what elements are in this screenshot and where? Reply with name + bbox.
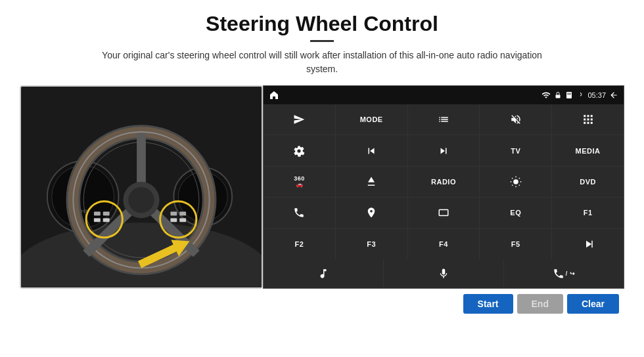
title-divider — [310, 40, 334, 42]
btn-tv[interactable]: TV — [480, 135, 551, 165]
home-icon — [269, 90, 279, 100]
steering-wheel-image: km/h — [20, 85, 263, 289]
android-panel: 05:37 MODE — [263, 85, 624, 289]
svg-rect-22 — [170, 212, 177, 216]
btn-microphone[interactable] — [384, 259, 503, 288]
svg-rect-20 — [94, 218, 101, 222]
last-button-row: / ↪ — [264, 259, 624, 288]
bottom-bar: Start End Clear — [20, 290, 624, 318]
btn-f2[interactable]: F2 — [264, 229, 335, 259]
btn-mode[interactable]: MODE — [336, 104, 407, 135]
svg-point-33 — [513, 179, 518, 184]
btn-play-pause[interactable] — [552, 229, 624, 259]
btn-360cam[interactable]: 360🚗 — [264, 167, 335, 197]
svg-rect-31 — [569, 93, 570, 95]
bluetooth-icon — [576, 91, 584, 99]
btn-brightness[interactable] — [480, 167, 551, 197]
btn-eq[interactable]: EQ — [480, 198, 551, 228]
btn-radio[interactable]: RADIO — [408, 167, 480, 197]
svg-rect-23 — [179, 212, 186, 216]
btn-f4[interactable]: F4 — [408, 229, 480, 259]
status-bar-left — [269, 90, 279, 100]
btn-phone-call[interactable]: / ↪ — [504, 259, 624, 288]
end-button[interactable]: End — [517, 294, 563, 314]
page-title: Steering Wheel Control — [206, 12, 438, 36]
svg-rect-21 — [103, 218, 110, 222]
svg-point-15 — [128, 187, 154, 213]
btn-send[interactable] — [264, 104, 335, 135]
btn-volume-mute[interactable] — [480, 104, 551, 135]
btn-rectangle[interactable] — [408, 198, 480, 228]
start-button[interactable]: Start — [463, 294, 513, 314]
wifi-icon — [541, 91, 551, 100]
btn-dvd[interactable]: DVD — [552, 167, 624, 197]
btn-navi[interactable] — [336, 198, 407, 228]
btn-f1[interactable]: F1 — [552, 198, 624, 228]
content-row: km/h — [20, 85, 624, 289]
svg-rect-34 — [439, 210, 448, 216]
btn-skip-forward[interactable] — [408, 135, 480, 165]
page-subtitle: Your original car's steering wheel contr… — [99, 49, 545, 76]
btn-phone[interactable] — [264, 198, 335, 228]
svg-rect-30 — [568, 93, 568, 95]
btn-eject[interactable] — [336, 167, 407, 197]
svg-rect-25 — [179, 218, 186, 222]
svg-rect-19 — [103, 212, 110, 216]
btn-settings[interactable] — [264, 135, 335, 165]
sd-icon — [565, 91, 573, 99]
btn-f5[interactable]: F5 — [480, 229, 551, 259]
clear-button[interactable]: Clear — [567, 294, 619, 314]
btn-grid[interactable] — [552, 104, 624, 135]
svg-rect-28 — [556, 95, 561, 98]
svg-rect-32 — [570, 93, 571, 95]
btn-skip-back[interactable] — [336, 135, 407, 165]
btn-list[interactable] — [408, 104, 480, 135]
lock-icon — [554, 91, 562, 99]
button-grid: MODE — [264, 104, 624, 259]
btn-f3[interactable]: F3 — [336, 229, 407, 259]
page-container: Steering Wheel Control Your original car… — [0, 0, 644, 357]
back-icon — [609, 91, 618, 100]
svg-rect-18 — [94, 212, 101, 216]
btn-music[interactable] — [264, 259, 383, 288]
svg-rect-24 — [170, 218, 177, 222]
btn-media[interactable]: MEDIA — [552, 135, 624, 165]
status-bar: 05:37 — [264, 86, 624, 104]
svg-rect-35 — [591, 241, 593, 248]
status-bar-right: 05:37 — [541, 91, 618, 100]
status-time: 05:37 — [587, 91, 606, 99]
